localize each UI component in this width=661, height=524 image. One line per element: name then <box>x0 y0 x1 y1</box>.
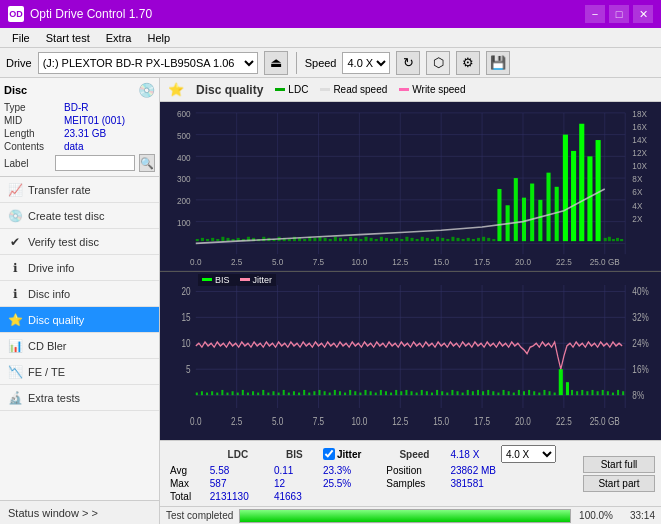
create-test-disc-icon: 💿 <box>8 209 22 223</box>
disc-contents-row: Contents data <box>4 141 155 152</box>
svg-text:5.0: 5.0 <box>272 416 283 427</box>
svg-rect-160 <box>201 391 203 395</box>
status-window-button[interactable]: Status window > > <box>0 500 159 524</box>
svg-rect-113 <box>571 151 576 241</box>
nav-disc-info[interactable]: ℹ Disc info <box>0 281 159 307</box>
menu-start-test[interactable]: Start test <box>38 30 98 46</box>
svg-text:4X: 4X <box>632 200 642 210</box>
menu-help[interactable]: Help <box>139 30 178 46</box>
save-button[interactable]: 💾 <box>486 51 510 75</box>
svg-text:5: 5 <box>186 364 191 375</box>
svg-rect-202 <box>416 392 418 395</box>
nav-verify-test-disc[interactable]: ✔ Verify test disc <box>0 229 159 255</box>
svg-rect-232 <box>571 389 573 394</box>
svg-text:16%: 16% <box>632 364 648 375</box>
start-buttons: Start full Start part <box>583 456 655 492</box>
svg-text:40%: 40% <box>632 286 648 297</box>
refresh-button[interactable]: ↻ <box>396 51 420 75</box>
nav-disc-quality[interactable]: ⭐ Disc quality <box>0 307 159 333</box>
svg-text:15.0: 15.0 <box>433 257 449 267</box>
status-window-label: Status window > > <box>8 507 98 519</box>
svg-rect-85 <box>400 239 403 241</box>
nav-transfer-rate-label: Transfer rate <box>28 184 91 196</box>
titlebar-controls: − □ ✕ <box>585 5 653 23</box>
lower-chart: BIS Jitter <box>160 272 661 441</box>
nav-extra-tests[interactable]: 🔬 Extra tests <box>0 385 159 411</box>
svg-rect-89 <box>421 237 424 241</box>
svg-rect-115 <box>587 156 592 241</box>
svg-text:20.0: 20.0 <box>515 416 531 427</box>
svg-rect-166 <box>232 391 234 395</box>
svg-rect-201 <box>411 391 413 395</box>
menu-file[interactable]: File <box>4 30 38 46</box>
svg-rect-68 <box>313 238 316 241</box>
start-part-button[interactable]: Start part <box>583 475 655 492</box>
svg-rect-181 <box>308 392 310 395</box>
svg-rect-80 <box>375 239 378 241</box>
svg-rect-108 <box>530 184 534 242</box>
svg-rect-50 <box>221 237 224 241</box>
stats-max-ldc: 587 <box>206 477 270 490</box>
svg-rect-184 <box>324 391 326 395</box>
svg-rect-231 <box>566 382 569 395</box>
svg-text:8X: 8X <box>632 174 642 184</box>
svg-rect-47 <box>206 239 209 241</box>
drive-select[interactable]: (J:) PLEXTOR BD-R PX-LB950SA 1.06 <box>38 52 258 74</box>
legend-read-speed-dot <box>320 88 330 91</box>
maximize-button[interactable]: □ <box>609 5 629 23</box>
scan-button[interactable]: ⬡ <box>426 51 450 75</box>
nav-fe-te[interactable]: 📉 FE / TE <box>0 359 159 385</box>
nav-create-test-disc[interactable]: 💿 Create test disc <box>0 203 159 229</box>
close-button[interactable]: ✕ <box>633 5 653 23</box>
svg-rect-118 <box>608 237 611 241</box>
svg-rect-164 <box>221 389 223 394</box>
speed-select[interactable]: 4.0 X <box>342 52 390 74</box>
svg-rect-208 <box>446 392 448 395</box>
svg-rect-186 <box>334 389 336 394</box>
disc-mid-label: MID <box>4 115 64 126</box>
svg-rect-236 <box>591 389 593 394</box>
settings-button[interactable]: ⚙ <box>456 51 480 75</box>
svg-rect-119 <box>612 239 615 241</box>
eject-button[interactable]: ⏏ <box>264 51 288 75</box>
svg-rect-92 <box>436 237 439 241</box>
svg-text:18X: 18X <box>632 109 647 119</box>
stats-position-label: Position <box>382 464 446 477</box>
stats-table: LDC BIS Jitter Speed 4.18 X 4.0 X <box>166 444 583 503</box>
svg-text:20: 20 <box>182 286 191 297</box>
disc-info-icon: ℹ <box>8 287 22 301</box>
toolbar-separator <box>296 52 297 74</box>
disc-label-input[interactable] <box>55 155 135 171</box>
svg-rect-172 <box>262 389 264 394</box>
svg-rect-192 <box>364 389 366 394</box>
svg-text:17.5: 17.5 <box>474 416 490 427</box>
svg-rect-234 <box>581 389 583 394</box>
legend-ldc: LDC <box>275 84 308 95</box>
svg-rect-187 <box>339 391 341 395</box>
stats-ldc-header: LDC <box>206 444 270 464</box>
svg-text:12.5: 12.5 <box>392 257 408 267</box>
stats-speed-select[interactable]: 4.0 X <box>501 445 556 463</box>
svg-text:32%: 32% <box>632 312 648 323</box>
chart-title: Disc quality <box>196 83 263 97</box>
nav-transfer-rate[interactable]: 📈 Transfer rate <box>0 177 159 203</box>
svg-rect-194 <box>375 392 377 395</box>
svg-rect-237 <box>597 391 599 395</box>
minimize-button[interactable]: − <box>585 5 605 23</box>
start-full-button[interactable]: Start full <box>583 456 655 473</box>
nav-cd-bler-label: CD Bler <box>28 340 67 352</box>
svg-text:7.5: 7.5 <box>313 416 324 427</box>
legend-write-speed-label: Write speed <box>412 84 465 95</box>
disc-label-btn[interactable]: 🔍 <box>139 154 155 172</box>
menubar: File Start test Extra Help <box>0 28 661 48</box>
nav-cd-bler[interactable]: 📊 CD Bler <box>0 333 159 359</box>
menu-extra[interactable]: Extra <box>98 30 140 46</box>
disc-mid-row: MID MEIT01 (001) <box>4 115 155 126</box>
svg-text:22.5: 22.5 <box>556 257 572 267</box>
stats-total-empty <box>319 490 583 503</box>
svg-rect-209 <box>451 389 453 394</box>
nav-drive-info[interactable]: ℹ Drive info <box>0 255 159 281</box>
svg-text:600: 600 <box>177 109 191 119</box>
jitter-checkbox[interactable] <box>323 448 335 460</box>
svg-rect-224 <box>528 389 530 394</box>
